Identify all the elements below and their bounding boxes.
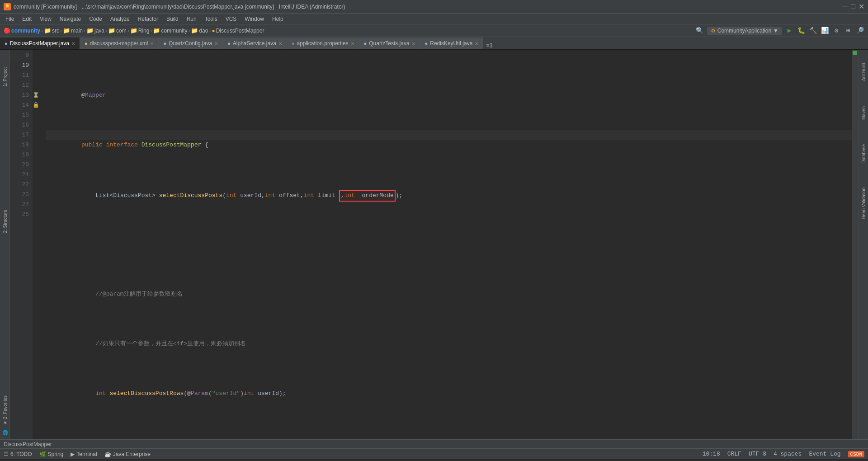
settings-button[interactable]: ⚙ [832, 26, 841, 35]
menu-view[interactable]: View [36, 15, 55, 23]
app-icon: 💡 [4, 3, 11, 10]
close-button[interactable]: ✕ [858, 4, 864, 10]
spring-tab[interactable]: 🌿 Spring [39, 451, 64, 457]
indent-info[interactable]: 4 spaces [774, 451, 802, 457]
tab-discusspost-mapper-xml[interactable]: ● discusspost-mapper.xml ✕ [80, 38, 159, 49]
tab-application-properties[interactable]: ● application.properties ✕ [287, 38, 359, 49]
close-param: ) [240, 390, 244, 397]
cursor-position[interactable]: 10:18 [703, 451, 720, 457]
menu-code[interactable]: Code [85, 15, 106, 23]
run-config-selector[interactable]: ⚙ CommunityApplication ▼ [707, 27, 782, 35]
menu-build[interactable]: Build [163, 15, 182, 23]
editor-area[interactable]: 9 10 11 12 13 14 15 16 17 18 19 20 21 22… [10, 50, 858, 439]
menu-tools[interactable]: Tools [201, 15, 221, 23]
coverage-button[interactable]: 📊 [820, 26, 829, 35]
tab-close-icon[interactable]: ✕ [150, 41, 154, 46]
tab-rediskeyutil[interactable]: ● RedisKeyUtil.java ✕ [420, 38, 484, 49]
limit-param: limit [318, 192, 335, 199]
todo-tab[interactable]: ☰ 6: TODO [4, 451, 32, 457]
bc-main[interactable]: main [71, 28, 83, 34]
csdn-badge[interactable]: CSDN [848, 451, 864, 457]
bc-dao[interactable]: dao [199, 28, 208, 34]
bean-validation-tab[interactable]: Bean Validation [859, 176, 868, 230]
tab-close-icon[interactable]: ✕ [475, 41, 478, 46]
menu-window[interactable]: Window [241, 15, 268, 23]
tab-close-icon[interactable]: ✕ [412, 41, 415, 46]
tab-quartzconfig[interactable]: ● QuartzConfig.java ✕ [159, 38, 223, 49]
code-line-14[interactable]: //如果只有一个参数，并且在<if>里使用，则必须加别名 [46, 329, 852, 339]
debug-button[interactable]: 🐛 [797, 26, 806, 35]
menu-help[interactable]: Help [269, 15, 287, 23]
menu-navigate[interactable]: Navigate [56, 15, 85, 23]
public-kw: public [81, 141, 103, 148]
userid-str: "userId" [212, 390, 240, 397]
code-line-10[interactable]: public interface DiscussPostMapper { [46, 130, 852, 140]
indent-14 [81, 340, 95, 347]
event-log[interactable]: Event Log [809, 451, 840, 457]
layout-button[interactable]: ⊞ [844, 26, 853, 35]
code-line-12[interactable] [46, 230, 852, 240]
code-container[interactable]: 9 10 11 12 13 14 15 16 17 18 19 20 21 22… [10, 50, 858, 439]
line-num-11: 11 [10, 71, 29, 80]
bc-sep4: › [105, 28, 107, 34]
bc-file[interactable]: DiscussPostMapper [216, 28, 264, 34]
int-kw1: int [226, 192, 236, 199]
menu-vcs[interactable]: VCS [222, 15, 241, 23]
gutter-15 [33, 110, 42, 120]
code-line-11[interactable]: List<DiscussPost> selectDiscussPosts(int… [46, 180, 852, 190]
bc-ring[interactable]: Ring [138, 28, 150, 34]
tab-close-icon[interactable]: ✕ [351, 41, 354, 46]
maven-label: Maven [861, 106, 866, 120]
bc-main-icon: 📁 [63, 27, 70, 34]
menu-file[interactable]: File [2, 15, 18, 23]
ordermode-param: orderMode [362, 192, 394, 199]
code-line-16[interactable] [46, 428, 852, 438]
space [103, 141, 106, 148]
bean-validation-label: Bean Validation [861, 188, 866, 219]
tab-close-icon[interactable]: ✕ [71, 41, 75, 46]
code-line-9[interactable]: @Mapper [46, 80, 852, 90]
bc-community2[interactable]: community [161, 28, 187, 34]
tab-alphaservice[interactable]: ● AlphaService.java ✕ [223, 38, 287, 49]
code-line-15[interactable]: int selectDiscussPostRows(@Param("userId… [46, 379, 852, 389]
paren-close-semi: ); [396, 192, 403, 199]
java-enterprise-tab[interactable]: ☕ Java Enterprise [104, 451, 151, 457]
web-panel-tab[interactable]: 🌐 [0, 428, 10, 437]
menu-analyze[interactable]: Analyze [107, 15, 133, 23]
terminal-tab[interactable]: ▶ Terminal [71, 451, 97, 457]
bc-src[interactable]: src [52, 28, 59, 34]
search-button[interactable]: 🔎 [855, 26, 864, 35]
title-bar: 💡 community [F:\community] - ...\src\mai… [0, 0, 868, 14]
menu-refactor[interactable]: Refactor [134, 15, 162, 23]
ant-build-tab[interactable]: Ant Build [859, 50, 868, 95]
run-button[interactable]: ▶ [785, 26, 794, 35]
maximize-button[interactable]: □ [850, 4, 856, 10]
code-editor[interactable]: @Mapper public interface DiscussPostMapp… [42, 50, 852, 439]
title-bar-controls: ─ □ ✕ [842, 4, 864, 10]
tab-overflow-button[interactable]: ≡3 [483, 43, 495, 49]
search-everywhere-icon[interactable]: 🔍 [695, 26, 704, 35]
tab-close-icon[interactable]: ✕ [278, 41, 282, 46]
bc-java[interactable]: java [94, 28, 104, 34]
project-panel-tab[interactable]: 1: Project [0, 50, 10, 104]
tab-prop-icon: ● [292, 41, 295, 46]
minimize-button[interactable]: ─ [842, 4, 848, 10]
bc-com[interactable]: com [116, 28, 127, 34]
encoding[interactable]: UTF-8 [749, 451, 766, 457]
favorites-panel-tab[interactable]: ★ 2: Favorites [0, 392, 10, 428]
database-tab[interactable]: Database [859, 131, 868, 176]
code-line-13[interactable]: //@param注解用于给参数取别名 [46, 279, 852, 289]
bc-sep3: › [84, 28, 85, 34]
terminal-label: Terminal [76, 451, 97, 457]
menu-edit[interactable]: Edit [19, 15, 35, 23]
structure-panel-tab[interactable]: 2: Structure [0, 194, 10, 249]
line-ending[interactable]: CRLF [727, 451, 741, 457]
tab-discusspostmapper[interactable]: ● DiscussPostMapper.java ✕ [0, 38, 80, 49]
menu-run[interactable]: Run [183, 15, 200, 23]
bc-sep2: › [60, 28, 62, 34]
tab-close-icon[interactable]: ✕ [214, 41, 218, 46]
bc-community[interactable]: community [11, 28, 40, 34]
build-button[interactable]: 🔨 [808, 26, 817, 35]
maven-tab[interactable]: Maven [859, 95, 868, 131]
tab-quartztests[interactable]: ● QuartzTests.java ✕ [359, 38, 420, 49]
